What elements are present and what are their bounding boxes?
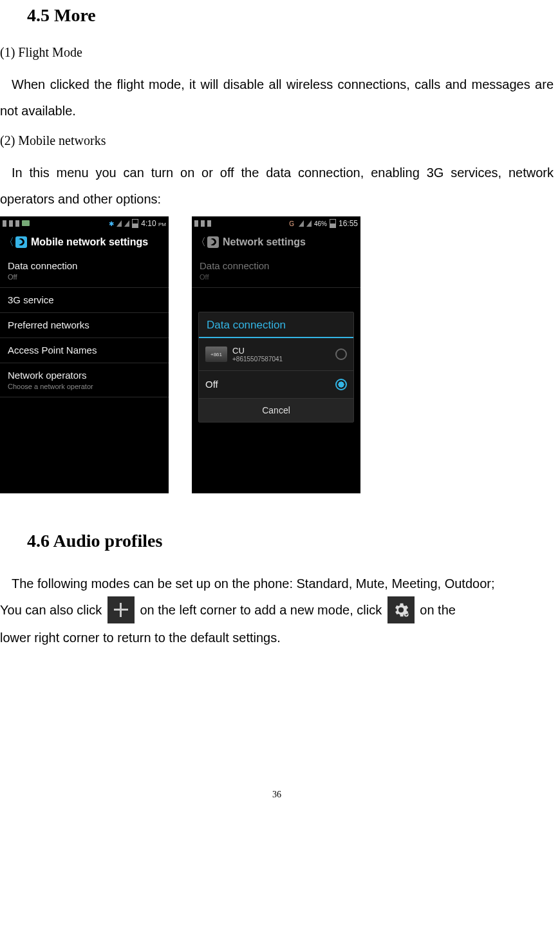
screen-title: Network settings	[223, 236, 306, 248]
section-heading-more: 4.5 More	[27, 5, 554, 26]
status-icon	[194, 220, 198, 227]
phone-icon	[207, 236, 219, 248]
back-icon[interactable]: 〈	[196, 236, 206, 249]
list-label: 3G service	[8, 294, 162, 306]
list-label: Preferred networks	[8, 319, 162, 331]
signal-icon	[306, 220, 312, 227]
list-sub: Choose a network operator	[8, 383, 162, 390]
clock: 4:10 PM	[141, 219, 166, 228]
screenshots-row: ✱ 4:10 PM 〈 Mobile network settings Data…	[0, 216, 554, 493]
radio-selected-icon[interactable]	[335, 379, 347, 390]
mobile-networks-text: In this menu you can turn on or off the …	[0, 160, 554, 213]
dialog-option-sim[interactable]: +861 CU +8615507587041	[199, 338, 353, 371]
message-icon	[22, 220, 30, 226]
list-item-data-connection[interactable]: Data connection Off	[0, 254, 169, 288]
dialog-title: Data connection	[199, 312, 353, 338]
signal-icon	[124, 220, 129, 227]
title-bar[interactable]: 〈 Network settings	[192, 231, 360, 254]
back-icon[interactable]: 〈	[4, 236, 14, 249]
status-bar: ✱ 4:10 PM	[0, 216, 169, 231]
clock: 16:55	[339, 219, 358, 228]
screenshot-network-settings-dialog: G 46% 16:55 〈 Network settings Data conn…	[192, 216, 360, 493]
list-label: Data connection	[200, 260, 354, 272]
flight-mode-label: (1) Flight Mode	[0, 45, 554, 60]
status-icon	[15, 220, 19, 227]
flight-mode-text: When clicked the flight mode, it will di…	[0, 71, 554, 124]
list-label: Data connection	[8, 260, 162, 272]
list-item-network-operators[interactable]: Network operators Choose a network opera…	[0, 363, 169, 397]
status-icon	[9, 220, 13, 227]
list-item-preferred-networks[interactable]: Preferred networks	[0, 313, 169, 338]
plus-icon	[107, 596, 135, 623]
sim-icon: +861	[205, 347, 227, 362]
dialog-option-off[interactable]: Off	[199, 371, 353, 399]
sim-name: CU	[232, 346, 283, 356]
network-type: G	[289, 220, 294, 227]
title-bar[interactable]: 〈 Mobile network settings	[0, 231, 169, 254]
bluetooth-icon: ✱	[109, 220, 114, 227]
list-label: Access Point Names	[8, 345, 162, 356]
list-item-apn[interactable]: Access Point Names	[0, 338, 169, 363]
list-sub: Off	[8, 273, 162, 281]
screenshot-mobile-network-settings: ✱ 4:10 PM 〈 Mobile network settings Data…	[0, 216, 169, 493]
screen-title: Mobile network settings	[31, 236, 148, 248]
list-item-3g-service[interactable]: 3G service	[0, 288, 169, 313]
battery-percent: 46%	[314, 220, 327, 227]
status-icon	[207, 220, 211, 227]
audio-text-1: The following modes can be set up on the…	[0, 571, 554, 597]
sim-number: +8615507587041	[232, 356, 283, 363]
list-item-data-connection[interactable]: Data connection Off	[192, 254, 360, 288]
status-icon	[201, 220, 205, 227]
dialog-off-label: Off	[205, 379, 218, 390]
mobile-networks-label: (2) Mobile networks	[0, 133, 554, 148]
status-icon	[3, 220, 6, 227]
radio-unselected-icon[interactable]	[335, 348, 347, 360]
audio-text-3: lower right corner to return to the defa…	[0, 625, 554, 651]
page-number: 36	[0, 790, 554, 808]
list-sub: Off	[200, 273, 354, 281]
cancel-button[interactable]: Cancel	[199, 399, 353, 422]
phone-icon	[15, 236, 27, 248]
signal-icon	[117, 220, 122, 227]
list-label: Network operators	[8, 370, 162, 381]
section-heading-audio: 4.6 Audio profiles	[27, 531, 554, 551]
signal-icon	[299, 220, 304, 227]
audio-text-2: You can also click on the left corner to…	[0, 597, 554, 625]
status-bar: G 46% 16:55	[192, 216, 360, 231]
gear-icon	[387, 596, 415, 623]
data-connection-dialog: Data connection +861 CU +8615507587041 O…	[198, 312, 354, 423]
battery-icon	[330, 219, 336, 228]
battery-icon	[132, 219, 138, 228]
